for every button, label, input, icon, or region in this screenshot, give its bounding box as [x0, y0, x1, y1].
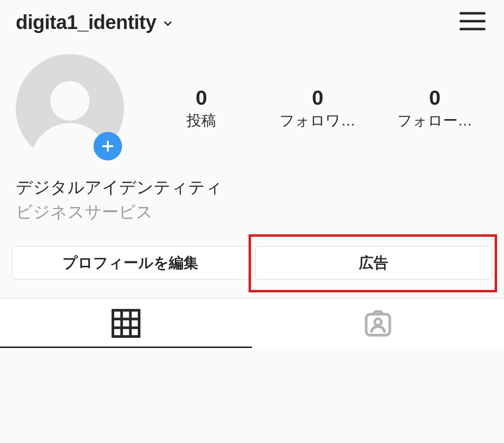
bio-section: デジタルアイデンティティ ビジネスサービス: [0, 167, 504, 223]
svg-point-9: [375, 319, 381, 325]
tab-grid[interactable]: [0, 299, 252, 348]
display-name: デジタルアイデンティティ: [16, 176, 488, 199]
tab-tagged[interactable]: [252, 299, 504, 348]
edit-profile-button[interactable]: プロフィールを編集: [12, 246, 249, 280]
category: ビジネスサービス: [16, 201, 488, 223]
hamburger-icon: [459, 11, 486, 32]
tabs-row: [0, 298, 504, 348]
stat-followers-label: フォロワ…: [280, 111, 355, 131]
stat-following-label: フォロー…: [397, 111, 472, 131]
stat-following[interactable]: 0 フォロー…: [397, 86, 472, 131]
stat-followers-count: 0: [312, 86, 323, 110]
add-story-button[interactable]: [94, 132, 122, 160]
stat-posts-label: 投稿: [187, 111, 216, 131]
menu-button[interactable]: [457, 9, 488, 35]
stat-posts-count: 0: [195, 86, 207, 110]
stat-posts[interactable]: 0 投稿: [164, 86, 238, 131]
stats-row: 0 投稿 0 フォロワ… 0 フォロー…: [149, 86, 488, 131]
tagged-icon: [362, 308, 394, 339]
username: digita1_identity: [16, 11, 156, 33]
ads-button[interactable]: 広告: [255, 246, 492, 280]
header: digita1_identity: [0, 0, 504, 44]
buttons-row: プロフィールを編集 広告: [0, 223, 504, 289]
avatar-container[interactable]: [16, 54, 124, 162]
plus-icon: [100, 138, 116, 154]
stat-followers[interactable]: 0 フォロワ…: [280, 86, 355, 131]
profile-row: 0 投稿 0 フォロワ… 0 フォロー…: [16, 54, 488, 162]
profile-section: 0 投稿 0 フォロワ… 0 フォロー…: [0, 44, 504, 167]
username-switcher[interactable]: digita1_identity: [16, 11, 174, 33]
svg-rect-3: [113, 310, 139, 336]
chevron-down-icon: [162, 18, 174, 30]
grid-icon: [110, 308, 142, 339]
stat-following-count: 0: [429, 86, 441, 110]
